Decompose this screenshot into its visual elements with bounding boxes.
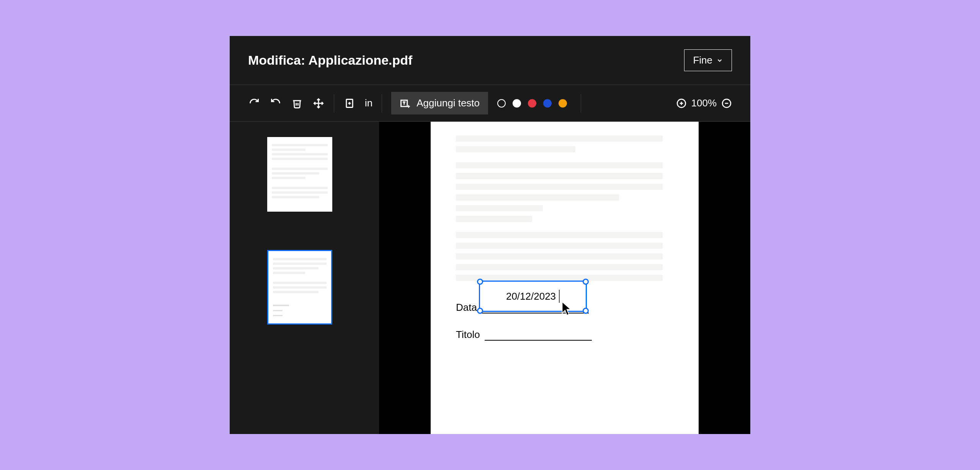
move-button[interactable] (312, 97, 325, 109)
insert-label: in (365, 97, 372, 109)
page-thumbnail-2[interactable] (267, 250, 332, 325)
editor-toolbar: in Aggiungi testo 100% (230, 85, 750, 122)
color-yellow[interactable] (559, 99, 567, 108)
undo-button[interactable] (270, 97, 282, 109)
insert-page-button[interactable] (343, 97, 356, 109)
done-button[interactable]: Fine (684, 49, 732, 71)
title-label: Titolo (456, 329, 480, 341)
add-text-button[interactable]: Aggiungi testo (391, 92, 488, 114)
thumbnail-sidebar (230, 122, 379, 434)
toolbar-divider (334, 94, 334, 113)
insert-tools: in (343, 97, 372, 109)
redo-button[interactable] (248, 97, 260, 109)
toolbar-divider (382, 94, 382, 113)
date-form-row: Data 20/12/2023 (456, 302, 673, 313)
date-value: 20/12/2023 (506, 290, 556, 302)
zoom-out-button[interactable] (721, 98, 732, 109)
resize-handle-br[interactable] (583, 308, 589, 314)
color-palette (497, 99, 567, 108)
date-label: Data (456, 302, 477, 313)
color-white[interactable] (513, 99, 521, 108)
color-black-outline[interactable] (497, 99, 506, 108)
done-button-label: Fine (693, 54, 712, 66)
chevron-down-icon (716, 57, 723, 64)
resize-handle-tr[interactable] (583, 279, 589, 285)
zoom-level: 100% (691, 97, 717, 109)
title-underline (485, 340, 592, 341)
delete-button[interactable] (291, 97, 303, 109)
title-form-row: Titolo (456, 329, 673, 341)
history-tools (248, 97, 325, 109)
page-viewport[interactable]: Data 20/12/2023 Titolo (379, 122, 750, 434)
content-area: Data 20/12/2023 Titolo (230, 122, 750, 434)
color-red[interactable] (528, 99, 536, 108)
mouse-cursor-icon (561, 301, 573, 316)
toolbar-divider (581, 94, 581, 113)
pdf-editor-window: Modifica: Applicazione.pdf Fine (230, 36, 750, 434)
add-text-label: Aggiungi testo (416, 97, 480, 109)
text-annotation-box[interactable]: 20/12/2023 (479, 281, 587, 312)
zoom-in-button[interactable] (676, 98, 687, 109)
resize-handle-tl[interactable] (477, 279, 483, 285)
page-thumbnail-1[interactable] (267, 137, 332, 212)
document-title: Modifica: Applicazione.pdf (248, 53, 412, 68)
text-box-icon (400, 98, 410, 109)
text-cursor (559, 290, 560, 303)
editor-header: Modifica: Applicazione.pdf Fine (230, 36, 750, 85)
zoom-controls: 100% (676, 97, 732, 109)
resize-handle-bl[interactable] (477, 308, 483, 314)
color-blue[interactable] (543, 99, 552, 108)
document-page[interactable]: Data 20/12/2023 Titolo (431, 122, 699, 434)
